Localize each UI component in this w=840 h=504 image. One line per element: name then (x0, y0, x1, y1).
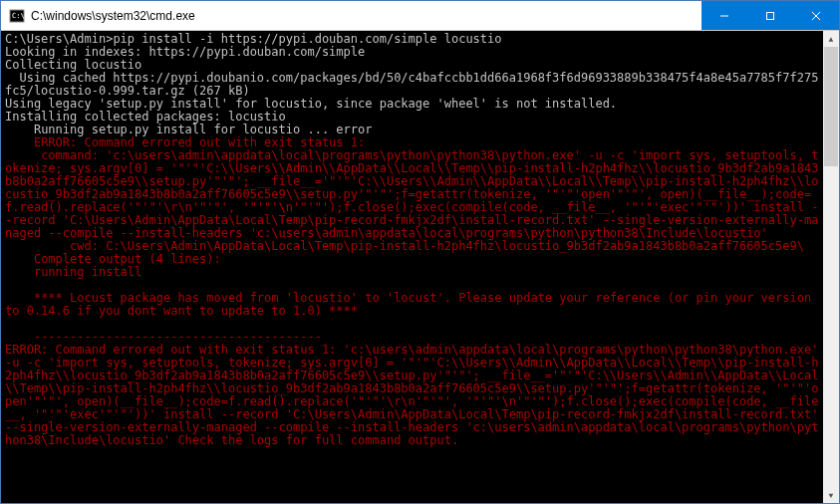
cmd-window: C:\ C:\windows\system32\cmd.exe C:\Users… (0, 0, 840, 504)
output-line: Running setup.py install for locustio ..… (5, 123, 372, 136)
window-title: C:\windows\system32\cmd.exe (31, 9, 701, 23)
terminal-output[interactable]: C:\Users\Admin>pip install -i https://py… (1, 31, 823, 503)
minimize-button[interactable] (701, 1, 747, 30)
cmd-icon: C:\ (9, 8, 25, 24)
output-line: Using cached https://pypi.doubanio.com/p… (5, 71, 818, 98)
vertical-scrollbar[interactable]: ▲ ▼ (823, 31, 839, 503)
output-line: Looking in indexes: https://pypi.douban.… (5, 45, 365, 59)
scroll-down-arrow[interactable]: ▼ (823, 487, 839, 503)
output-line: Using legacy 'setup.py install' for locu… (5, 97, 617, 111)
svg-rect-3 (767, 12, 774, 19)
error-block: ERROR: Command errored out with exit sta… (5, 135, 818, 344)
error-summary: ERROR: Command errored out with exit sta… (5, 343, 823, 447)
titlebar[interactable]: C:\ C:\windows\system32\cmd.exe (1, 1, 839, 31)
scroll-up-arrow[interactable]: ▲ (823, 31, 839, 47)
terminal-area: C:\Users\Admin>pip install -i https://py… (1, 31, 839, 503)
output-line: Collecting locustio (5, 58, 141, 72)
svg-text:C:\: C:\ (12, 12, 25, 20)
close-button[interactable] (793, 1, 839, 30)
window-controls (701, 1, 839, 30)
output-line: Installing collected packages: locustio (5, 110, 286, 124)
scrollbar-thumb[interactable] (824, 47, 838, 166)
prompt: C:\Users\Admin> (5, 32, 113, 46)
command-text: pip install -i https://pypi.douban.com/s… (113, 32, 501, 46)
maximize-button[interactable] (747, 1, 793, 30)
